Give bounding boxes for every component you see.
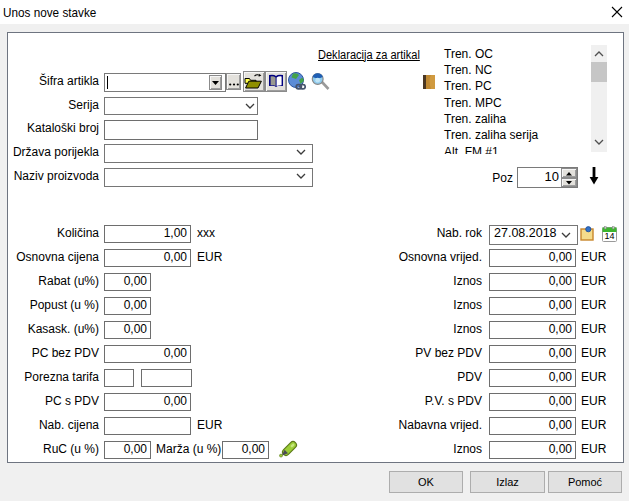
svg-text:14: 14	[604, 231, 614, 241]
